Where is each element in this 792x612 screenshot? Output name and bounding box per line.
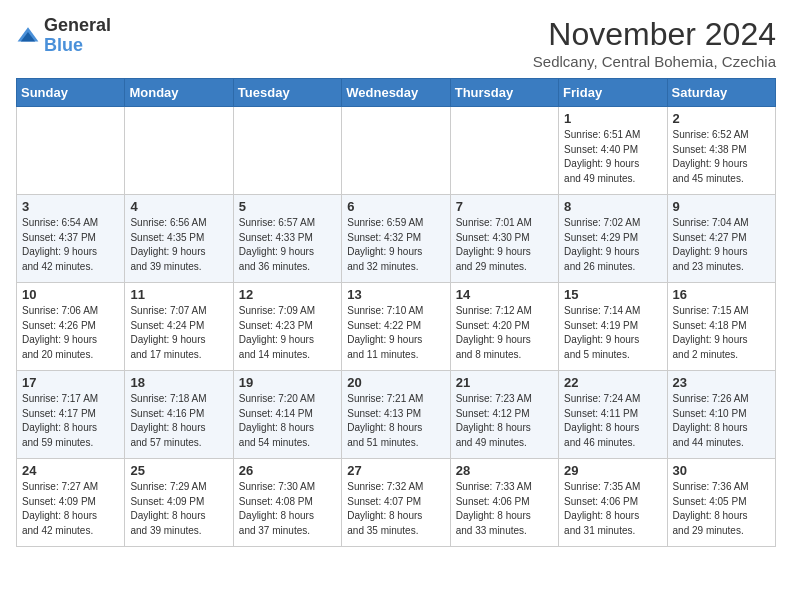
calendar-cell: 27Sunrise: 7:32 AM Sunset: 4:07 PM Dayli… bbox=[342, 459, 450, 547]
day-number: 2 bbox=[673, 111, 771, 126]
calendar-week-5: 24Sunrise: 7:27 AM Sunset: 4:09 PM Dayli… bbox=[17, 459, 776, 547]
day-number: 6 bbox=[347, 199, 445, 214]
calendar-cell: 19Sunrise: 7:20 AM Sunset: 4:14 PM Dayli… bbox=[233, 371, 341, 459]
calendar-week-2: 3Sunrise: 6:54 AM Sunset: 4:37 PM Daylig… bbox=[17, 195, 776, 283]
calendar-header-monday: Monday bbox=[125, 79, 233, 107]
month-title: November 2024 bbox=[533, 16, 776, 53]
calendar-cell: 4Sunrise: 6:56 AM Sunset: 4:35 PM Daylig… bbox=[125, 195, 233, 283]
day-number: 17 bbox=[22, 375, 120, 390]
calendar-cell: 9Sunrise: 7:04 AM Sunset: 4:27 PM Daylig… bbox=[667, 195, 775, 283]
calendar-week-4: 17Sunrise: 7:17 AM Sunset: 4:17 PM Dayli… bbox=[17, 371, 776, 459]
calendar-cell bbox=[125, 107, 233, 195]
day-detail: Sunrise: 6:52 AM Sunset: 4:38 PM Dayligh… bbox=[673, 128, 771, 186]
day-number: 4 bbox=[130, 199, 228, 214]
calendar-cell: 29Sunrise: 7:35 AM Sunset: 4:06 PM Dayli… bbox=[559, 459, 667, 547]
day-detail: Sunrise: 7:15 AM Sunset: 4:18 PM Dayligh… bbox=[673, 304, 771, 362]
day-detail: Sunrise: 7:30 AM Sunset: 4:08 PM Dayligh… bbox=[239, 480, 337, 538]
day-detail: Sunrise: 7:21 AM Sunset: 4:13 PM Dayligh… bbox=[347, 392, 445, 450]
location-subtitle: Sedlcany, Central Bohemia, Czechia bbox=[533, 53, 776, 70]
calendar-body: 1Sunrise: 6:51 AM Sunset: 4:40 PM Daylig… bbox=[17, 107, 776, 547]
calendar-cell bbox=[450, 107, 558, 195]
calendar-cell: 12Sunrise: 7:09 AM Sunset: 4:23 PM Dayli… bbox=[233, 283, 341, 371]
day-number: 30 bbox=[673, 463, 771, 478]
calendar-cell: 25Sunrise: 7:29 AM Sunset: 4:09 PM Dayli… bbox=[125, 459, 233, 547]
day-number: 15 bbox=[564, 287, 662, 302]
day-number: 29 bbox=[564, 463, 662, 478]
calendar-cell: 2Sunrise: 6:52 AM Sunset: 4:38 PM Daylig… bbox=[667, 107, 775, 195]
day-detail: Sunrise: 7:07 AM Sunset: 4:24 PM Dayligh… bbox=[130, 304, 228, 362]
calendar-cell: 5Sunrise: 6:57 AM Sunset: 4:33 PM Daylig… bbox=[233, 195, 341, 283]
calendar-cell: 10Sunrise: 7:06 AM Sunset: 4:26 PM Dayli… bbox=[17, 283, 125, 371]
calendar-header-saturday: Saturday bbox=[667, 79, 775, 107]
day-number: 22 bbox=[564, 375, 662, 390]
day-detail: Sunrise: 6:59 AM Sunset: 4:32 PM Dayligh… bbox=[347, 216, 445, 274]
calendar-header-thursday: Thursday bbox=[450, 79, 558, 107]
calendar-cell: 13Sunrise: 7:10 AM Sunset: 4:22 PM Dayli… bbox=[342, 283, 450, 371]
day-detail: Sunrise: 7:10 AM Sunset: 4:22 PM Dayligh… bbox=[347, 304, 445, 362]
day-number: 18 bbox=[130, 375, 228, 390]
logo-general: General bbox=[44, 16, 111, 36]
page-header: General Blue November 2024 Sedlcany, Cen… bbox=[16, 16, 776, 70]
calendar-header-tuesday: Tuesday bbox=[233, 79, 341, 107]
day-number: 25 bbox=[130, 463, 228, 478]
calendar-cell: 24Sunrise: 7:27 AM Sunset: 4:09 PM Dayli… bbox=[17, 459, 125, 547]
day-number: 10 bbox=[22, 287, 120, 302]
calendar-cell: 23Sunrise: 7:26 AM Sunset: 4:10 PM Dayli… bbox=[667, 371, 775, 459]
day-number: 7 bbox=[456, 199, 554, 214]
day-detail: Sunrise: 7:29 AM Sunset: 4:09 PM Dayligh… bbox=[130, 480, 228, 538]
day-number: 13 bbox=[347, 287, 445, 302]
day-detail: Sunrise: 6:51 AM Sunset: 4:40 PM Dayligh… bbox=[564, 128, 662, 186]
calendar-cell: 1Sunrise: 6:51 AM Sunset: 4:40 PM Daylig… bbox=[559, 107, 667, 195]
calendar-cell: 15Sunrise: 7:14 AM Sunset: 4:19 PM Dayli… bbox=[559, 283, 667, 371]
day-detail: Sunrise: 6:56 AM Sunset: 4:35 PM Dayligh… bbox=[130, 216, 228, 274]
day-detail: Sunrise: 7:04 AM Sunset: 4:27 PM Dayligh… bbox=[673, 216, 771, 274]
day-detail: Sunrise: 7:23 AM Sunset: 4:12 PM Dayligh… bbox=[456, 392, 554, 450]
day-number: 27 bbox=[347, 463, 445, 478]
calendar-cell bbox=[17, 107, 125, 195]
day-number: 8 bbox=[564, 199, 662, 214]
day-detail: Sunrise: 7:01 AM Sunset: 4:30 PM Dayligh… bbox=[456, 216, 554, 274]
day-detail: Sunrise: 7:02 AM Sunset: 4:29 PM Dayligh… bbox=[564, 216, 662, 274]
day-detail: Sunrise: 7:32 AM Sunset: 4:07 PM Dayligh… bbox=[347, 480, 445, 538]
day-detail: Sunrise: 7:35 AM Sunset: 4:06 PM Dayligh… bbox=[564, 480, 662, 538]
day-detail: Sunrise: 7:12 AM Sunset: 4:20 PM Dayligh… bbox=[456, 304, 554, 362]
day-number: 23 bbox=[673, 375, 771, 390]
day-detail: Sunrise: 7:20 AM Sunset: 4:14 PM Dayligh… bbox=[239, 392, 337, 450]
day-number: 19 bbox=[239, 375, 337, 390]
day-number: 12 bbox=[239, 287, 337, 302]
calendar-cell: 6Sunrise: 6:59 AM Sunset: 4:32 PM Daylig… bbox=[342, 195, 450, 283]
calendar-cell: 30Sunrise: 7:36 AM Sunset: 4:05 PM Dayli… bbox=[667, 459, 775, 547]
day-detail: Sunrise: 6:54 AM Sunset: 4:37 PM Dayligh… bbox=[22, 216, 120, 274]
logo-blue: Blue bbox=[44, 36, 111, 56]
day-detail: Sunrise: 7:06 AM Sunset: 4:26 PM Dayligh… bbox=[22, 304, 120, 362]
calendar-header-friday: Friday bbox=[559, 79, 667, 107]
day-number: 11 bbox=[130, 287, 228, 302]
day-number: 26 bbox=[239, 463, 337, 478]
calendar-cell: 7Sunrise: 7:01 AM Sunset: 4:30 PM Daylig… bbox=[450, 195, 558, 283]
day-number: 28 bbox=[456, 463, 554, 478]
calendar-cell bbox=[233, 107, 341, 195]
day-detail: Sunrise: 7:17 AM Sunset: 4:17 PM Dayligh… bbox=[22, 392, 120, 450]
day-detail: Sunrise: 7:24 AM Sunset: 4:11 PM Dayligh… bbox=[564, 392, 662, 450]
calendar-cell: 8Sunrise: 7:02 AM Sunset: 4:29 PM Daylig… bbox=[559, 195, 667, 283]
calendar-cell: 11Sunrise: 7:07 AM Sunset: 4:24 PM Dayli… bbox=[125, 283, 233, 371]
calendar-header-sunday: Sunday bbox=[17, 79, 125, 107]
day-detail: Sunrise: 7:27 AM Sunset: 4:09 PM Dayligh… bbox=[22, 480, 120, 538]
day-detail: Sunrise: 7:36 AM Sunset: 4:05 PM Dayligh… bbox=[673, 480, 771, 538]
calendar-week-3: 10Sunrise: 7:06 AM Sunset: 4:26 PM Dayli… bbox=[17, 283, 776, 371]
calendar-cell: 14Sunrise: 7:12 AM Sunset: 4:20 PM Dayli… bbox=[450, 283, 558, 371]
calendar-week-1: 1Sunrise: 6:51 AM Sunset: 4:40 PM Daylig… bbox=[17, 107, 776, 195]
day-detail: Sunrise: 7:18 AM Sunset: 4:16 PM Dayligh… bbox=[130, 392, 228, 450]
calendar-header-row: SundayMondayTuesdayWednesdayThursdayFrid… bbox=[17, 79, 776, 107]
day-number: 1 bbox=[564, 111, 662, 126]
day-number: 16 bbox=[673, 287, 771, 302]
day-number: 20 bbox=[347, 375, 445, 390]
calendar-cell: 16Sunrise: 7:15 AM Sunset: 4:18 PM Dayli… bbox=[667, 283, 775, 371]
day-detail: Sunrise: 7:14 AM Sunset: 4:19 PM Dayligh… bbox=[564, 304, 662, 362]
title-block: November 2024 Sedlcany, Central Bohemia,… bbox=[533, 16, 776, 70]
logo-icon bbox=[16, 24, 40, 48]
day-number: 21 bbox=[456, 375, 554, 390]
day-detail: Sunrise: 7:26 AM Sunset: 4:10 PM Dayligh… bbox=[673, 392, 771, 450]
day-number: 3 bbox=[22, 199, 120, 214]
day-detail: Sunrise: 7:09 AM Sunset: 4:23 PM Dayligh… bbox=[239, 304, 337, 362]
